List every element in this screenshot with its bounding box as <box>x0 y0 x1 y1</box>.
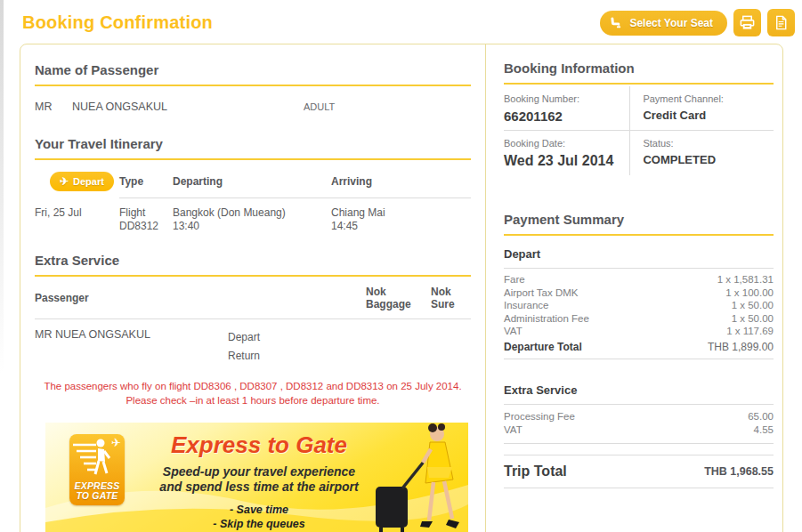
depart-tab[interactable]: ✈ Depart <box>50 172 114 191</box>
column-header-arriving: Arriving <box>331 175 471 188</box>
banner-text-block: Express to Gate Speed-up your travel exp… <box>130 431 388 532</box>
extra-service-legs: Depart Return <box>228 328 366 366</box>
arriving-cell: Chiang Mai 14:45 <box>331 206 471 233</box>
depart-subheading: Depart <box>504 236 774 269</box>
passenger-title-prefix: MR <box>35 101 72 113</box>
departure-total-row: Departure TotalTHB 1,899.00 <box>504 338 774 360</box>
trip-total-value: THB 1,968.55 <box>704 465 774 478</box>
extra-service-header-row: Passenger Nok Baggage Nok Sure <box>35 286 471 310</box>
right-column: Booking Information Booking Number: 6620… <box>485 44 782 532</box>
booking-date-value: Wed 23 Jul 2014 <box>504 153 629 169</box>
trip-total-row: Trip Total THB 1,968.55 <box>504 455 774 488</box>
nok-sure-value <box>431 328 471 366</box>
payment-summary-heading: Payment Summary <box>504 212 774 236</box>
extra-service-row: MR NUEA ONGSAKUL Depart Return <box>35 328 471 366</box>
nok-baggage-value <box>366 328 431 366</box>
badge-text: EXPRESS TO GATE <box>69 481 125 501</box>
walking-person-icon <box>89 439 112 478</box>
fee-row: VAT1 x 117.69 <box>504 325 774 338</box>
check-in-notice-line1: The passengers who fly on flight DD8306 … <box>35 379 471 393</box>
fee-row: Fare1 x 1,581.31 <box>504 273 774 286</box>
fee-row: Administration Fee1 x 50.00 <box>504 312 774 326</box>
arriving-city: Chiang Mai <box>331 206 471 220</box>
arriving-time: 14:45 <box>331 220 471 233</box>
extra-fee-rows: Processing Fee65.00 VAT4.55 <box>504 405 774 444</box>
status-cell: Status: COMPLETED <box>630 131 774 175</box>
plane-icon: ✈ <box>60 176 69 187</box>
column-header-departing: Departing <box>173 175 331 188</box>
fee-row: Insurance1 x 50.00 <box>504 299 774 312</box>
fee-row: Airport Tax DMK1 x 100.00 <box>504 286 774 300</box>
status-value: COMPLETED <box>643 153 774 166</box>
itinerary-section-heading: Your Travel Itinerary <box>35 136 471 160</box>
check-in-notice: The passengers who fly on flight DD8306 … <box>35 379 471 407</box>
payment-channel-label: Payment Channel: <box>643 93 774 104</box>
itinerary-header-row: ✈ Depart Type Departing Arriving <box>35 172 471 191</box>
booking-info-heading: Booking Information <box>504 60 774 85</box>
payment-channel-cell: Payment Channel: Credit Card <box>630 86 774 131</box>
booking-confirmation-page: Booking Confirmation Select Your Seat Na… <box>0 0 802 532</box>
column-header-nok-sure: Nok Sure <box>431 286 471 310</box>
booking-number-value: 66201162 <box>504 109 629 124</box>
check-in-notice-line2: Please check –in at least 1 hours before… <box>35 393 471 407</box>
page-header: Booking Confirmation Select Your Seat <box>0 0 802 42</box>
passenger-name: NUEA ONGSAKUL <box>72 101 304 113</box>
departing-city: Bangkok (Don Mueang) <box>173 206 331 220</box>
passenger-type: ADULT <box>304 101 335 113</box>
extra-service-passenger: MR NUEA ONGSAKUL <box>35 328 228 366</box>
depart-fee-rows: Fare1 x 1,581.31 Airport Tax DMK1 x 100.… <box>504 269 774 359</box>
booking-number-label: Booking Number: <box>504 93 629 104</box>
depart-tab-label: Depart <box>73 176 104 187</box>
banner-bullet: - Skip the queues <box>130 517 388 531</box>
trip-total-label: Trip Total <box>504 463 567 480</box>
banner-bullet: - Save time <box>130 503 388 517</box>
departing-cell: Bangkok (Don Mueang) 13:40 <box>173 206 331 233</box>
confirmation-panel: Name of Passenger MR NUEA ONGSAKUL ADULT… <box>20 44 783 532</box>
flight-attendant-image <box>369 423 466 532</box>
extra-service-header-divider <box>35 318 471 319</box>
column-header-passenger: Passenger <box>35 292 366 304</box>
select-your-seat-button[interactable]: Select Your Seat <box>600 11 727 36</box>
left-column: Name of Passenger MR NUEA ONGSAKUL ADULT… <box>20 44 485 532</box>
badge-plane-icon: ✈ <box>111 436 121 449</box>
booking-info-grid: Booking Number: 66201162 Payment Channel… <box>504 86 774 175</box>
passenger-section-heading: Name of Passenger <box>35 62 471 86</box>
extra-service-subheading: Extra Service <box>504 372 774 405</box>
select-your-seat-label: Select Your Seat <box>629 17 713 29</box>
status-label: Status: <box>643 138 774 149</box>
booking-date-label: Booking Date: <box>504 138 629 149</box>
passenger-row: MR NUEA ONGSAKUL ADULT <box>35 101 471 113</box>
leg-depart: Depart <box>228 328 366 347</box>
printer-icon <box>739 14 756 31</box>
banner-title: Express to Gate <box>130 431 388 459</box>
banner-bullets: - Save time - Skip the queues - Walk str… <box>130 503 388 532</box>
column-header-nok-baggage: Nok Baggage <box>366 286 431 310</box>
flight-number: DD8312 <box>119 220 173 233</box>
print-button[interactable] <box>733 9 761 36</box>
seat-icon <box>609 16 622 29</box>
booking-date-cell: Booking Date: Wed 23 Jul 2014 <box>504 131 630 175</box>
payment-channel-value: Credit Card <box>643 109 774 122</box>
banner-subtitle: Speed-up your travel experience and spen… <box>130 464 388 495</box>
fee-row: Processing Fee65.00 <box>504 410 774 423</box>
booking-number-cell: Booking Number: 66201162 <box>504 86 630 131</box>
flight-type: Flight DD8312 <box>119 206 173 233</box>
column-header-type: Type <box>119 175 173 188</box>
leg-return: Return <box>228 347 366 366</box>
document-button[interactable] <box>767 9 795 36</box>
itinerary-row: Fri, 25 Jul Flight DD8312 Bangkok (Don M… <box>35 206 471 233</box>
express-to-gate-badge: ✈ EXPRESS TO GATE <box>69 434 125 505</box>
itinerary-header-divider <box>119 197 471 198</box>
departing-time: 13:40 <box>173 220 331 233</box>
page-edge-divider <box>0 0 4 374</box>
extra-service-section-heading: Extra Service <box>35 253 471 277</box>
express-to-gate-banner[interactable]: ✈ EXPRESS TO GATE Express to Gate Speed-… <box>45 423 468 532</box>
fee-row: VAT4.55 <box>504 423 774 437</box>
header-actions: Select Your Seat <box>600 9 795 36</box>
document-icon <box>773 14 790 31</box>
page-title: Booking Confirmation <box>22 12 213 33</box>
flight-date: Fri, 25 Jul <box>35 206 119 233</box>
